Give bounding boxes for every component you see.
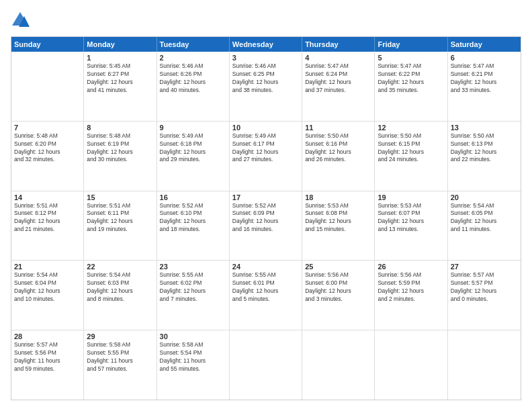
cell-line: Sunset: 6:19 PM — [87, 140, 153, 148]
cell-line: Daylight: 12 hours — [378, 79, 444, 87]
day-number: 17 — [232, 193, 299, 201]
cell-line: Sunrise: 5:54 AM — [14, 271, 81, 279]
cell-line: Sunset: 6:16 PM — [305, 140, 371, 148]
calendar-row-0: 1Sunrise: 5:45 AMSunset: 6:27 PMDaylight… — [11, 52, 521, 122]
cell-line: and 8 minutes. — [87, 295, 153, 304]
cell-line: Sunrise: 5:52 AM — [232, 202, 299, 210]
cell-line: Daylight: 12 hours — [451, 79, 518, 87]
calendar: SundayMondayTuesdayWednesdayThursdayFrid… — [11, 36, 521, 400]
day-number: 24 — [232, 263, 299, 271]
day-number: 20 — [451, 193, 518, 201]
calendar-cell — [375, 330, 447, 400]
cell-line: Sunset: 6:25 PM — [232, 71, 299, 79]
cell-line: Daylight: 12 hours — [232, 148, 299, 156]
cell-line: Daylight: 12 hours — [378, 287, 444, 295]
cell-line: and 21 minutes. — [14, 226, 81, 234]
cell-line: Daylight: 11 hours — [14, 357, 81, 365]
cell-line: Daylight: 12 hours — [451, 218, 518, 226]
cell-line: Sunrise: 5:49 AM — [160, 132, 226, 140]
calendar-cell: 11Sunrise: 5:50 AMSunset: 6:16 PMDayligh… — [302, 122, 375, 191]
cell-line: Sunrise: 5:58 AM — [160, 341, 226, 349]
calendar-cell: 9Sunrise: 5:49 AMSunset: 6:18 PMDaylight… — [157, 122, 230, 191]
day-number: 10 — [232, 124, 299, 132]
day-number: 1 — [87, 54, 153, 62]
calendar-cell: 19Sunrise: 5:53 AMSunset: 6:07 PMDayligh… — [375, 191, 447, 261]
cell-line: Sunrise: 5:52 AM — [160, 202, 226, 210]
calendar-cell — [448, 330, 521, 400]
cell-line: Sunrise: 5:56 AM — [378, 271, 444, 279]
cell-line: Daylight: 12 hours — [305, 218, 371, 226]
cell-line: Sunset: 6:26 PM — [160, 71, 226, 79]
cell-line: Daylight: 12 hours — [305, 79, 371, 87]
cell-line: Sunset: 6:22 PM — [378, 71, 444, 79]
day-number: 26 — [378, 263, 444, 271]
cell-line: Sunset: 5:59 PM — [378, 279, 444, 287]
header — [11, 11, 521, 30]
day-number: 25 — [305, 263, 371, 271]
cell-line: and 13 minutes. — [378, 226, 444, 234]
cell-line: Sunset: 6:21 PM — [451, 71, 518, 79]
cell-line: Daylight: 12 hours — [305, 148, 371, 156]
day-number: 29 — [87, 332, 153, 340]
cell-line: and 22 minutes. — [451, 156, 518, 164]
cell-line: and 19 minutes. — [87, 226, 153, 234]
cell-line: Sunset: 6:20 PM — [14, 140, 81, 148]
cell-line: and 55 minutes. — [160, 365, 226, 373]
cell-line: and 37 minutes. — [305, 87, 371, 95]
calendar-body: 1Sunrise: 5:45 AMSunset: 6:27 PMDaylight… — [11, 52, 521, 400]
cell-line: and 40 minutes. — [160, 87, 226, 95]
cell-line: Daylight: 12 hours — [14, 218, 81, 226]
day-number: 11 — [305, 124, 371, 132]
cell-line: Daylight: 12 hours — [14, 287, 81, 295]
cell-line: Sunset: 6:12 PM — [14, 210, 81, 218]
cell-line: Sunrise: 5:56 AM — [305, 271, 371, 279]
cell-line: and 33 minutes. — [451, 87, 518, 95]
cell-line: Sunset: 6:08 PM — [305, 210, 371, 218]
cell-line: Sunrise: 5:51 AM — [87, 202, 153, 210]
day-number: 5 — [378, 54, 444, 62]
cell-line: and 7 minutes. — [160, 295, 226, 304]
cell-line: Sunrise: 5:47 AM — [451, 62, 518, 71]
calendar-cell: 10Sunrise: 5:49 AMSunset: 6:17 PMDayligh… — [230, 122, 302, 191]
cell-line: Sunset: 6:11 PM — [87, 210, 153, 218]
calendar-cell: 30Sunrise: 5:58 AMSunset: 5:54 PMDayligh… — [157, 330, 230, 400]
cell-line: Sunrise: 5:48 AM — [14, 132, 81, 140]
cell-line: Sunset: 5:55 PM — [87, 349, 153, 357]
cell-line: Sunrise: 5:49 AM — [232, 132, 299, 140]
calendar-cell: 26Sunrise: 5:56 AMSunset: 5:59 PMDayligh… — [375, 261, 447, 330]
calendar-header: SundayMondayTuesdayWednesdayThursdayFrid… — [11, 37, 521, 52]
cell-line: and 10 minutes. — [14, 295, 81, 304]
cell-line: and 0 minutes. — [451, 295, 518, 304]
cell-line: Sunset: 5:54 PM — [160, 349, 226, 357]
cell-line: and 29 minutes. — [160, 156, 226, 164]
calendar-cell: 13Sunrise: 5:50 AMSunset: 6:13 PMDayligh… — [448, 122, 521, 191]
cell-line: and 59 minutes. — [14, 365, 81, 373]
calendar-row-1: 7Sunrise: 5:48 AMSunset: 6:20 PMDaylight… — [11, 122, 521, 191]
cell-line: and 38 minutes. — [232, 87, 299, 95]
header-day-friday: Friday — [375, 37, 447, 52]
cell-line: Daylight: 12 hours — [14, 148, 81, 156]
cell-line: Sunrise: 5:47 AM — [378, 62, 444, 71]
header-day-monday: Monday — [84, 37, 157, 52]
cell-line: Sunset: 6:18 PM — [160, 140, 226, 148]
cell-line: Sunset: 6:10 PM — [160, 210, 226, 218]
cell-line: Daylight: 12 hours — [378, 148, 444, 156]
day-number: 19 — [378, 193, 444, 201]
day-number: 6 — [451, 54, 518, 62]
cell-line: and 16 minutes. — [232, 226, 299, 234]
cell-line: Sunset: 6:24 PM — [305, 71, 371, 79]
calendar-row-2: 14Sunrise: 5:51 AMSunset: 6:12 PMDayligh… — [11, 191, 521, 261]
day-number: 23 — [160, 263, 226, 271]
cell-line: Daylight: 12 hours — [232, 218, 299, 226]
cell-line: Daylight: 12 hours — [305, 287, 371, 295]
day-number: 30 — [160, 332, 226, 340]
calendar-cell: 23Sunrise: 5:55 AMSunset: 6:02 PMDayligh… — [157, 261, 230, 330]
cell-line: Sunset: 6:00 PM — [305, 279, 371, 287]
calendar-cell — [302, 330, 375, 400]
cell-line: Sunrise: 5:53 AM — [305, 202, 371, 210]
cell-line: Daylight: 12 hours — [160, 148, 226, 156]
cell-line: Sunset: 6:27 PM — [87, 71, 153, 79]
cell-line: Sunrise: 5:50 AM — [305, 132, 371, 140]
cell-line: Daylight: 12 hours — [87, 79, 153, 87]
day-number: 14 — [14, 193, 81, 201]
